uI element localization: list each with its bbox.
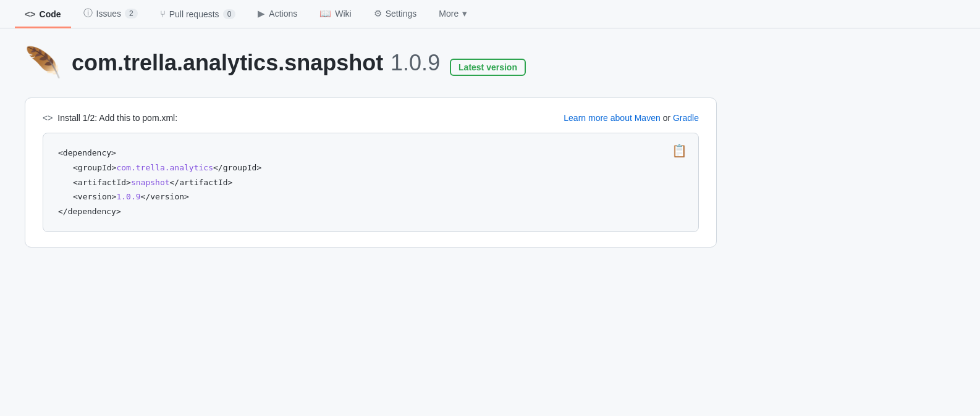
tab-code[interactable]: <> Code [15,1,71,28]
tab-issues-label: Issues [96,9,121,19]
package-version: 1.0.9 [391,50,440,75]
package-name: com.trella.analytics.snapshot [72,50,383,75]
package-header: 🪶 com.trella.analytics.snapshot 1.0.9 La… [25,48,717,78]
code-icon: <> [25,9,36,19]
latest-version-badge: Latest version [450,59,526,76]
tab-settings-label: Settings [386,9,417,19]
package-icon: 🪶 [25,48,62,78]
wiki-icon: 📖 [319,8,331,19]
code-brackets-icon: <> [43,113,53,123]
install-links: Learn more about Maven or Gradle [564,113,699,123]
pull-requests-badge: 0 [223,9,236,19]
main-content: 🪶 com.trella.analytics.snapshot 1.0.9 La… [0,28,741,267]
tab-issues[interactable]: ⓘ Issues 2 [74,0,148,28]
install-label-text: Install 1/2: Add this to pom.xml: [57,113,177,123]
tab-pull-requests-label: Pull requests [169,9,219,19]
tab-more-label: More [439,9,458,19]
code-content: <dependency> <groupId>com.trella.analyti… [58,148,683,216]
issues-icon: ⓘ [83,7,93,19]
copy-button[interactable]: 📋 [669,141,690,160]
chevron-down-icon: ▾ [462,8,467,19]
clipboard-icon: 📋 [672,144,687,157]
gradle-link[interactable]: Gradle [673,113,699,123]
code-line-1: <dependency> [58,148,116,157]
tab-code-label: Code [40,9,61,19]
package-title-group: com.trella.analytics.snapshot 1.0.9 Late… [72,50,526,76]
group-id-link[interactable]: com.trella.analytics [116,163,213,172]
tab-settings[interactable]: ⚙ Settings [364,1,427,28]
tab-wiki[interactable]: 📖 Wiki [310,1,361,28]
code-line-3: <artifactId>snapshot</artifactId> [58,175,683,189]
actions-icon: ▶ [258,8,265,19]
nav-tabs: <> Code ⓘ Issues 2 ⑂ Pull requests 0 ▶ A… [0,0,980,28]
version-link[interactable]: 1.0.9 [116,192,140,201]
tab-more[interactable]: More ▾ [429,1,477,28]
pull-requests-icon: ⑂ [160,9,166,19]
tab-wiki-label: Wiki [335,9,351,19]
code-line-2: <groupId>com.trella.analytics</groupId> [58,160,683,175]
learn-more-maven-link[interactable]: Learn more about Maven [564,113,660,123]
code-line-5: </dependency> [58,207,121,216]
code-line-4: <version>1.0.9</version> [58,189,683,204]
tab-actions-label: Actions [269,9,297,19]
code-block: 📋 <dependency> <groupId>com.trella.analy… [43,133,699,232]
install-header: <> Install 1/2: Add this to pom.xml: Lea… [43,113,699,123]
artifact-id-link[interactable]: snapshot [131,178,170,187]
or-text: or [663,113,673,123]
settings-icon: ⚙ [374,8,382,19]
tab-actions[interactable]: ▶ Actions [248,1,307,28]
install-panel: <> Install 1/2: Add this to pom.xml: Lea… [25,98,717,248]
install-label: <> Install 1/2: Add this to pom.xml: [43,113,177,123]
tab-pull-requests[interactable]: ⑂ Pull requests 0 [150,1,246,28]
issues-badge: 2 [125,9,138,19]
